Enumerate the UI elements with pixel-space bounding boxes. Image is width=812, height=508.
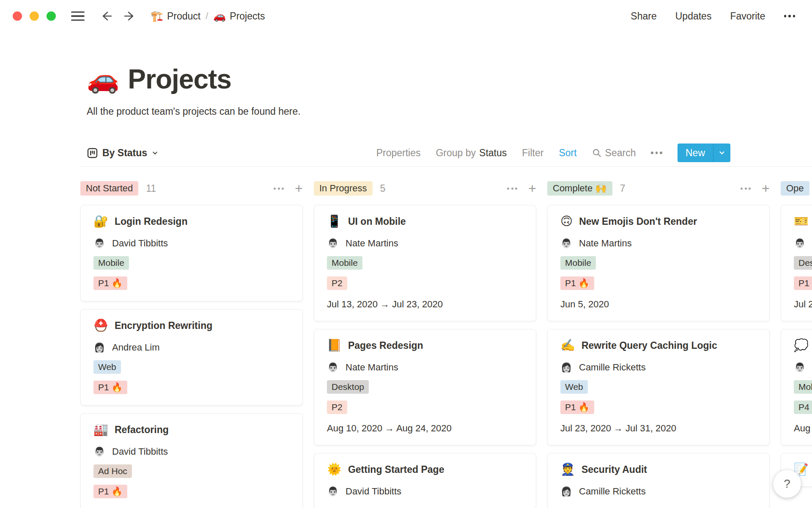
tag-badge: Mobile xyxy=(560,256,596,270)
project-card[interactable]: 📱UI on Mobile👨Nate MartinsMobileP2Jul 13… xyxy=(314,205,536,321)
column-more-icon[interactable] xyxy=(739,186,752,191)
assignee-name: Nate Martins xyxy=(579,238,632,249)
tag-badge: P2 xyxy=(327,400,347,414)
project-card[interactable]: 🌞Getting Started Page👨David Tibbitts xyxy=(314,453,536,508)
project-card[interactable]: 💭C👨SMobP4Aug 3 xyxy=(781,329,812,445)
card-title: Login Redesign xyxy=(115,216,188,227)
column-status-badge[interactable]: Not Started xyxy=(80,181,138,196)
project-card[interactable]: 🙃New Emojis Don't Render👨Nate MartinsMob… xyxy=(547,205,770,321)
card-title: Refactoring xyxy=(115,424,169,436)
page-description[interactable]: All the product team's projects can be f… xyxy=(87,106,725,117)
card-assignee: 👩Camille Ricketts xyxy=(560,362,757,373)
column-status-badge[interactable]: Complete 🙌 xyxy=(547,181,612,196)
back-button[interactable] xyxy=(100,10,113,22)
page-title[interactable]: Projects xyxy=(128,64,231,95)
card-tag-row: P1 🔥 xyxy=(93,276,290,290)
assignee-name: Andrea Lim xyxy=(112,342,160,353)
column-add-card-icon[interactable]: + xyxy=(528,182,536,195)
card-dates: Aug 10, 2020 → Aug 24, 2020 xyxy=(327,423,523,434)
properties-button[interactable]: Properties xyxy=(376,147,421,159)
toolbar-more-icon[interactable] xyxy=(651,152,662,154)
column-status-badge[interactable]: Ope xyxy=(781,181,809,196)
assignee-name: Camille Ricketts xyxy=(579,486,646,497)
filter-button[interactable]: Filter xyxy=(522,147,543,159)
share-button[interactable]: Share xyxy=(631,11,656,22)
sidebar-menu-icon[interactable] xyxy=(71,11,85,21)
help-question-mark: ? xyxy=(784,477,790,491)
card-title: Encryption Rewriting xyxy=(115,320,212,331)
card-tag-row: Mobile xyxy=(327,256,523,270)
card-tag-row: Web xyxy=(93,360,290,374)
search-button[interactable]: Search xyxy=(592,147,636,159)
new-button[interactable]: New xyxy=(678,144,730,162)
column-count: 11 xyxy=(146,183,156,194)
card-tag-row: Mobile xyxy=(560,256,757,270)
card-dates: Aug 3 xyxy=(794,423,812,434)
card-title: Security Audit xyxy=(582,464,647,475)
assignee-name: David Tibbitts xyxy=(346,486,401,497)
tag-badge: Web xyxy=(93,360,121,374)
favorite-button[interactable]: Favorite xyxy=(730,11,765,22)
column-cards: 🎫P👨NDesP1 🔥Jul 2💭C👨SMobP4Aug 3📝N xyxy=(781,205,812,487)
project-card[interactable]: 🏭Refactoring👨David TibbittsAd HocP1 🔥 xyxy=(80,413,303,508)
column-header: Not Started11+ xyxy=(80,180,303,196)
zoom-window-button[interactable] xyxy=(47,11,56,21)
column-header: Complete 🙌7+ xyxy=(547,180,770,196)
card-assignee: 👩Camille Ricketts xyxy=(560,486,757,497)
breadcrumb-item-product[interactable]: 🏗️ Product xyxy=(151,10,200,22)
card-title-row: ✍️Rewrite Query Caching Logic xyxy=(560,340,757,351)
card-assignee: 👨S xyxy=(794,362,812,373)
more-options-icon[interactable] xyxy=(784,15,796,17)
card-title-row: 💭C xyxy=(794,340,812,351)
card-tag-row: Mobile xyxy=(93,256,290,270)
help-button[interactable]: ? xyxy=(773,470,801,498)
tag-badge: Mobile xyxy=(327,256,362,270)
card-tag-row: P2 xyxy=(327,276,523,290)
project-card[interactable]: ⛑️Encryption Rewriting👩Andrea LimWebP1 🔥 xyxy=(80,309,303,406)
card-tag-row: P1 🔥 xyxy=(794,276,812,290)
tag-badge: Mob xyxy=(794,380,812,394)
tag-badge: Desktop xyxy=(327,380,369,394)
view-switcher-by-status[interactable]: By Status xyxy=(87,147,159,159)
card-title-row: 🙃New Emojis Don't Render xyxy=(560,215,757,227)
card-title-row: ⛑️Encryption Rewriting xyxy=(93,320,290,331)
close-window-button[interactable] xyxy=(13,11,22,21)
page-icon-car[interactable]: 🚗 xyxy=(87,66,119,92)
group-by-button[interactable]: Group by Status xyxy=(436,147,507,159)
card-emoji-icon: 📱 xyxy=(327,215,342,227)
column-status-badge[interactable]: In Progress xyxy=(314,181,373,196)
minimize-window-button[interactable] xyxy=(30,11,39,21)
column-add-card-icon[interactable]: + xyxy=(295,182,303,195)
column-header: In Progress5+ xyxy=(314,180,536,196)
forward-button[interactable] xyxy=(123,10,136,22)
view-name: By Status xyxy=(102,147,147,159)
card-dates: Jul 23, 2020 → Jul 31, 2020 xyxy=(560,423,757,434)
project-card[interactable]: ✍️Rewrite Query Caching Logic👩Camille Ri… xyxy=(547,329,770,445)
sort-button[interactable]: Sort xyxy=(559,147,576,159)
column-cards: 📱UI on Mobile👨Nate MartinsMobileP2Jul 13… xyxy=(314,205,536,508)
new-button-chevron-down-icon[interactable] xyxy=(713,144,730,162)
assignee-name: Camille Ricketts xyxy=(579,362,646,373)
updates-button[interactable]: Updates xyxy=(675,11,712,22)
tag-badge: P2 xyxy=(327,276,347,290)
card-dates: Jul 2 xyxy=(794,299,812,310)
project-card[interactable]: 🎫P👨NDesP1 🔥Jul 2 xyxy=(781,205,812,321)
tag-badge: Web xyxy=(560,380,588,394)
breadcrumb-item-projects[interactable]: 🚗 Projects xyxy=(213,10,265,22)
column-more-icon[interactable] xyxy=(505,186,519,191)
column-count: 7 xyxy=(620,183,625,194)
card-assignee: 👩Andrea Lim xyxy=(93,342,290,353)
tag-badge: P1 🔥 xyxy=(794,276,812,290)
tag-badge: Ad Hoc xyxy=(93,464,132,478)
column-more-icon[interactable] xyxy=(272,186,285,191)
project-card[interactable]: 🔐Login Redesign👨David TibbittsMobileP1 🔥 xyxy=(80,205,303,301)
card-title-row: 👮Security Audit xyxy=(560,464,757,475)
card-emoji-icon: 📙 xyxy=(327,340,342,351)
project-card[interactable]: 👮Security Audit👩Camille Ricketts xyxy=(547,453,770,508)
card-tag-row: Desktop xyxy=(327,380,523,394)
card-assignee: 👨N xyxy=(794,237,812,249)
board-view-icon xyxy=(87,147,98,159)
group-by-prefix: Group by xyxy=(436,147,476,159)
project-card[interactable]: 📙Pages Redesign👨Nate MartinsDesktopP2Aug… xyxy=(314,329,536,445)
column-add-card-icon[interactable]: + xyxy=(762,182,770,195)
